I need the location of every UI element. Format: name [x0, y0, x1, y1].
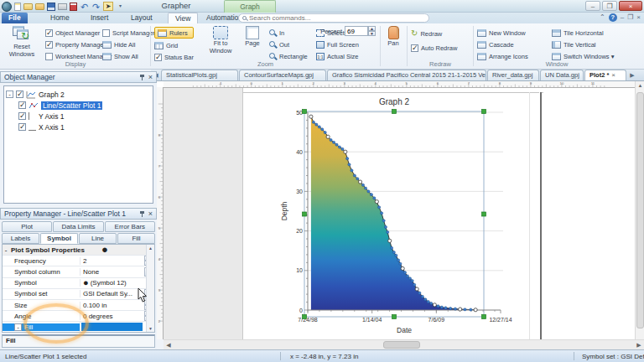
checkbox-icon[interactable]: [102, 29, 110, 37]
checkbox-icon[interactable]: [45, 53, 53, 60]
doc-close-icon[interactable]: ×: [636, 13, 641, 22]
undo-icon[interactable]: ↶: [80, 2, 89, 11]
new-document-icon[interactable]: [14, 3, 21, 11]
app-menu-orb-icon[interactable]: [2, 2, 12, 12]
restore-button[interactable]: ❐: [602, 1, 617, 11]
doc-tab[interactable]: UN Data.gpj: [540, 70, 584, 80]
auto-redraw-toggle[interactable]: Auto Redraw: [411, 42, 457, 54]
tab-file[interactable]: File: [2, 13, 28, 23]
object-manager-titlebar[interactable]: Object Manager ×: [0, 71, 157, 83]
open-document-icon[interactable]: [23, 3, 33, 10]
collapse-expander-icon[interactable]: -: [6, 90, 13, 98]
tile-horizontal-button[interactable]: Tile Horizontal: [552, 27, 614, 39]
rulers-toggle-button[interactable]: Rulers: [154, 27, 194, 39]
collapse-ribbon-icon[interactable]: ⌃: [600, 13, 605, 22]
scroll-up-icon[interactable]: ▲: [636, 81, 644, 90]
redraw-button[interactable]: ↻ Redraw: [411, 28, 457, 39]
tree-item-y-axis[interactable]: Y Axis 1: [6, 111, 151, 122]
tab-scroll-right-icon[interactable]: ▶: [627, 70, 637, 80]
property-row-size[interactable]: Size 0.100 in ▲▼: [3, 300, 154, 311]
category-row-plot-symbol-properties[interactable]: - Plot Symbol Properties ●: [3, 245, 154, 256]
contextual-tab-group-graph[interactable]: Graph: [224, 0, 276, 13]
zoom-out-button[interactable]: Out: [269, 39, 308, 50]
tree-item-graph2[interactable]: - Graph 2: [6, 89, 151, 100]
qat-customize-icon[interactable]: ▾: [116, 2, 125, 11]
cascade-button[interactable]: Cascade: [477, 39, 528, 50]
collapse-expander-icon[interactable]: -: [3, 246, 9, 254]
tab-fill[interactable]: Fill: [117, 233, 155, 244]
tab-home[interactable]: Home: [44, 13, 76, 23]
checkbox-checked-icon[interactable]: [45, 41, 53, 49]
visibility-checkbox[interactable]: [18, 101, 26, 109]
property-row-frequency[interactable]: Frequency 2 ▲▼: [3, 256, 154, 266]
fill-color-swatch[interactable]: [81, 323, 143, 331]
minimize-button[interactable]: –: [585, 1, 600, 11]
pin-icon[interactable]: [142, 75, 143, 80]
checkbox-checked-icon[interactable]: [411, 44, 418, 52]
graph2-chart[interactable]: 010203040507/24/981/14/047/6/0912/27/14G…: [243, 92, 539, 339]
doc-tab[interactable]: StatisticalPlots.gpj: [161, 70, 238, 80]
close-tab-icon[interactable]: ×: [611, 70, 615, 80]
tree-item-x-axis[interactable]: X Axis 1: [6, 122, 151, 132]
new-window-button[interactable]: New Window: [477, 27, 528, 39]
print-icon[interactable]: [58, 3, 67, 10]
close-panel-icon[interactable]: ×: [148, 210, 153, 217]
scroll-down-icon[interactable]: ▼: [148, 325, 153, 332]
tab-insert[interactable]: Insert: [84, 13, 115, 23]
scroll-up-icon[interactable]: ▲: [148, 245, 153, 251]
fill-expander-icon[interactable]: -: [14, 323, 22, 331]
visibility-checkbox[interactable]: [18, 123, 26, 131]
doc-tab[interactable]: ContourSurfaceMaps.gpj: [239, 70, 326, 80]
tab-plot[interactable]: Plot: [2, 221, 52, 232]
visibility-checkbox[interactable]: [18, 112, 26, 120]
vertical-scroll-thumb[interactable]: [636, 92, 644, 328]
tile-vertical-button[interactable]: Tile Vertical: [552, 39, 614, 50]
grid-toggle-button[interactable]: Grid: [154, 39, 194, 51]
horizontal-scroll-thumb[interactable]: [383, 341, 420, 349]
doc-tab[interactable]: River_data.gpj: [487, 70, 539, 80]
tree-item-line-scatter-plot[interactable]: Line/Scatter Plot 1: [6, 100, 151, 111]
scroll-right-icon[interactable]: ▶: [634, 340, 644, 349]
plot-canvas[interactable]: 010203040507/24/981/14/047/6/0912/27/14G…: [164, 88, 635, 339]
property-grid-scrollbar[interactable]: ▲ ▼: [146, 245, 154, 332]
property-manager-titlebar[interactable]: Property Manager - Line/Scatter Plot 1 ×: [0, 208, 157, 220]
tab-error-bars[interactable]: Error Bars: [105, 221, 155, 232]
pin-icon[interactable]: [142, 211, 143, 217]
zoom-in-button[interactable]: In: [269, 27, 308, 39]
fit-to-window-button[interactable]: Fit to Window: [204, 26, 237, 65]
search-input[interactable]: [249, 14, 425, 22]
percent-spinner[interactable]: ▲▼: [368, 26, 376, 36]
close-panel-icon[interactable]: ×: [148, 74, 153, 80]
command-search-box[interactable]: [238, 13, 429, 23]
doc-tab-active[interactable]: Plot2 * ×: [584, 70, 626, 80]
property-row-symbol-set[interactable]: Symbol set GSI Default Sy... ▼: [3, 289, 154, 300]
close-button[interactable]: ×: [619, 1, 642, 11]
full-screen-button[interactable]: Full Screen: [316, 39, 359, 50]
tab-line[interactable]: Line: [79, 233, 117, 244]
tab-labels[interactable]: Labels: [2, 233, 39, 244]
property-row-angle[interactable]: Angle 0 degrees ▲▼: [3, 311, 154, 322]
help-icon[interactable]: ?: [609, 13, 617, 22]
doc-minimize-icon[interactable]: –: [621, 13, 624, 22]
percent-input[interactable]: [345, 26, 368, 36]
pan-button[interactable]: Pan: [382, 26, 404, 65]
property-row-symbol[interactable]: Symbol ●(Symbol 12): [3, 278, 154, 289]
tab-symbol[interactable]: Symbol: [40, 233, 78, 244]
import-icon[interactable]: [35, 3, 44, 10]
page-zoom-button[interactable]: Page: [239, 26, 266, 65]
save-icon[interactable]: [47, 3, 55, 11]
tab-view[interactable]: View: [168, 13, 198, 23]
pointer-tool-icon[interactable]: ➤: [103, 2, 113, 11]
scroll-left-icon[interactable]: ◀: [164, 340, 174, 349]
checkbox-checked-icon[interactable]: [45, 29, 53, 37]
spin-down-icon[interactable]: ▼: [368, 31, 376, 36]
redo-icon[interactable]: ↷: [91, 2, 101, 11]
horizontal-scrollbar[interactable]: ◀ ▶: [164, 339, 644, 349]
doc-tab[interactable]: Grafico Sismicidad Pacifico Central 2015…: [327, 70, 486, 80]
paste-icon[interactable]: [70, 3, 77, 11]
vertical-scrollbar[interactable]: ▲: [635, 81, 644, 339]
property-row-symbol-column[interactable]: Symbol column None ▼: [3, 266, 154, 277]
property-row-fill-selected[interactable]: -Fill: [3, 322, 154, 333]
visibility-checkbox[interactable]: [16, 90, 23, 98]
reset-windows-button[interactable]: ↻ Reset Windows: [3, 26, 40, 65]
